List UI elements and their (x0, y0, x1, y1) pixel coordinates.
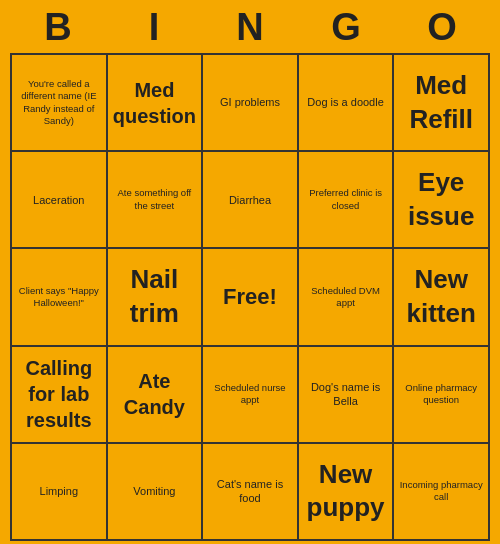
cell-text-5: Laceration (33, 193, 84, 207)
cell-text-7: Diarrhea (229, 193, 271, 207)
cell-text-9: Eye issue (398, 166, 484, 234)
cell-text-15: Calling for lab results (16, 355, 102, 433)
cell-10: Client says "Happy Halloween!" (12, 249, 106, 344)
bingo-grid: You're called a different name (IE Randy… (10, 53, 490, 541)
cell-11: Nail trim (108, 249, 202, 344)
cell-text-23: New puppy (303, 458, 389, 526)
cell-text-1: Med question (112, 77, 198, 129)
cell-16: Ate Candy (108, 347, 202, 442)
cell-text-21: Vomiting (133, 484, 175, 498)
cell-15: Calling for lab results (12, 347, 106, 442)
cell-6: Ate something off the street (108, 152, 202, 247)
cell-text-20: Limping (40, 484, 79, 498)
cell-text-24: Incoming pharmacy call (398, 479, 484, 504)
bingo-title: B I N G O (10, 0, 490, 53)
cell-text-3: Dog is a doodle (307, 95, 383, 109)
cell-19: Online pharmacy question (394, 347, 488, 442)
cell-12: Free! (203, 249, 297, 344)
cell-9: Eye issue (394, 152, 488, 247)
cell-1: Med question (108, 55, 202, 150)
cell-text-13: Scheduled DVM appt (303, 285, 389, 310)
cell-text-0: You're called a different name (IE Randy… (16, 78, 102, 127)
cell-7: Diarrhea (203, 152, 297, 247)
cell-0: You're called a different name (IE Randy… (12, 55, 106, 150)
cell-4: Med Refill (394, 55, 488, 150)
cell-21: Vomiting (108, 444, 202, 539)
cell-text-22: Cat's name is food (207, 477, 293, 506)
cell-3: Dog is a doodle (299, 55, 393, 150)
cell-17: Scheduled nurse appt (203, 347, 297, 442)
cell-5: Laceration (12, 152, 106, 247)
cell-text-16: Ate Candy (112, 368, 198, 420)
cell-text-14: New kitten (398, 263, 484, 331)
cell-text-19: Online pharmacy question (398, 382, 484, 407)
cell-text-8: Preferred clinic is closed (303, 187, 389, 212)
cell-2: GI problems (203, 55, 297, 150)
letter-b: B (20, 6, 96, 49)
cell-22: Cat's name is food (203, 444, 297, 539)
letter-i: I (116, 6, 192, 49)
cell-text-6: Ate something off the street (112, 187, 198, 212)
cell-14: New kitten (394, 249, 488, 344)
letter-n: N (212, 6, 288, 49)
cell-18: Dog's name is Bella (299, 347, 393, 442)
letter-g: G (308, 6, 384, 49)
letter-o: O (404, 6, 480, 49)
cell-8: Preferred clinic is closed (299, 152, 393, 247)
cell-24: Incoming pharmacy call (394, 444, 488, 539)
cell-text-4: Med Refill (398, 69, 484, 137)
cell-text-17: Scheduled nurse appt (207, 382, 293, 407)
cell-text-2: GI problems (220, 95, 280, 109)
cell-text-10: Client says "Happy Halloween!" (16, 285, 102, 310)
cell-23: New puppy (299, 444, 393, 539)
cell-20: Limping (12, 444, 106, 539)
cell-text-18: Dog's name is Bella (303, 380, 389, 409)
cell-13: Scheduled DVM appt (299, 249, 393, 344)
cell-text-11: Nail trim (112, 263, 198, 331)
